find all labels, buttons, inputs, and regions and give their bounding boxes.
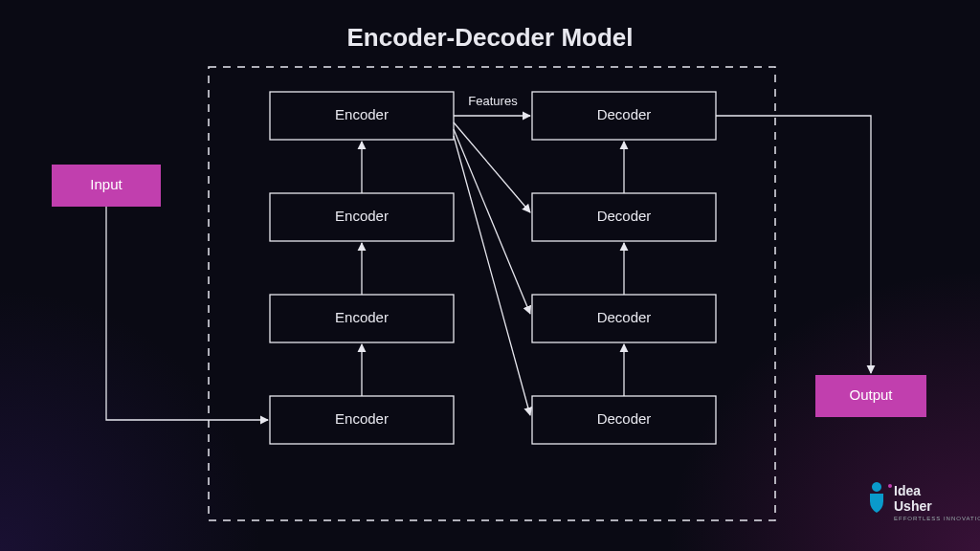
encoder-label: Encoder [335,106,389,122]
logo-dot-icon [888,484,892,488]
logo-text-top: Idea [894,483,921,498]
diagram-title: Encoder-Decoder Model [346,23,633,52]
output-path [716,116,871,373]
decoder-label: Decoder [597,106,652,122]
features-arrow [454,136,530,415]
input-path [106,207,268,420]
decoder-label: Decoder [597,410,652,427]
features-arrow [454,122,530,212]
encoder-label: Encoder [335,410,389,427]
input-label: Input [90,176,122,192]
encoder-label: Encoder [335,309,389,325]
decoder-label: Decoder [597,309,652,325]
features-arrow [454,129,530,314]
model-frame [209,67,775,520]
decoder-label: Decoder [597,208,652,224]
encoder-label: Encoder [335,208,389,224]
output-label: Output [849,386,893,403]
logo-text-bottom: Usher [894,498,932,514]
brand-logo: Idea Usher EFFORTLESS INNOVATION [870,482,980,521]
features-label: Features [468,94,518,108]
logo-tagline: EFFORTLESS INNOVATION [894,516,980,521]
logo-mark-icon [870,482,883,513]
